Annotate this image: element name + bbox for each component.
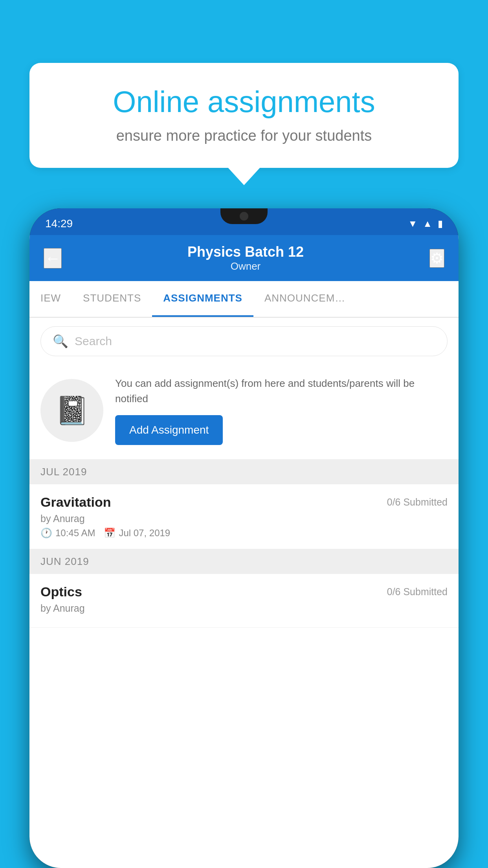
tab-students[interactable]: STUDENTS: [72, 281, 152, 317]
header-subtitle: Owner: [187, 260, 304, 272]
assignment-item-time: 🕐 10:45 AM 📅 Jul 07, 2019: [40, 528, 448, 539]
phone-wrapper: 14:29 ▼ ▲ ▮ ← Physics Batch 12 Owner ⚙ I…: [29, 208, 459, 868]
battery-icon: ▮: [438, 218, 443, 229]
assignment-submitted-optics: 0/6 Submitted: [387, 586, 448, 598]
time-entry: 🕐 10:45 AM: [40, 528, 95, 539]
speech-bubble: Online assignments ensure more practice …: [29, 63, 459, 168]
speech-bubble-container: Online assignments ensure more practice …: [29, 63, 459, 168]
tab-iew[interactable]: IEW: [29, 281, 72, 317]
assignment-submitted: 0/6 Submitted: [387, 497, 448, 508]
search-placeholder: Search: [75, 335, 112, 348]
bubble-subtitle: ensure more practice for your students: [53, 127, 435, 144]
add-assignment-button[interactable]: Add Assignment: [115, 415, 223, 445]
assignment-time: 10:45 AM: [55, 528, 95, 539]
section-header-jun: JUN 2019: [29, 549, 459, 574]
assignment-item-header-optics: Optics 0/6 Submitted: [40, 584, 448, 600]
header-center: Physics Batch 12 Owner: [187, 244, 304, 272]
search-bar[interactable]: 🔍 Search: [40, 326, 448, 356]
camera-dot: [240, 212, 248, 221]
assignment-author-optics: by Anurag: [40, 603, 448, 614]
clock-icon: 🕐: [40, 528, 52, 539]
assignment-icon-circle: 📓: [40, 379, 103, 442]
assignment-description: You can add assignment(s) from here and …: [115, 376, 448, 406]
assignment-item-header: Gravitation 0/6 Submitted: [40, 495, 448, 510]
assignment-date: Jul 07, 2019: [119, 528, 170, 539]
bubble-title: Online assignments: [53, 85, 435, 119]
settings-button[interactable]: ⚙: [429, 249, 444, 268]
search-icon: 🔍: [53, 334, 68, 349]
phone-notch: [220, 208, 268, 224]
tab-assignments[interactable]: ASSIGNMENTS: [152, 281, 253, 317]
assignment-title: Gravitation: [40, 495, 111, 510]
phone-device: 14:29 ▼ ▲ ▮ ← Physics Batch 12 Owner ⚙ I…: [29, 208, 459, 868]
app-screen: ← Physics Batch 12 Owner ⚙ IEW STUDENTS …: [29, 235, 459, 868]
tabs-container: IEW STUDENTS ASSIGNMENTS ANNOUNCEM…: [29, 281, 459, 318]
list-item[interactable]: Optics 0/6 Submitted by Anurag: [29, 574, 459, 628]
wifi-icon: ▼: [408, 218, 417, 229]
status-icons: ▼ ▲ ▮: [408, 218, 443, 229]
list-item[interactable]: Gravitation 0/6 Submitted by Anurag 🕐 10…: [29, 484, 459, 549]
section-header-jul: JUL 2019: [29, 460, 459, 484]
back-button[interactable]: ←: [44, 248, 62, 268]
header-title: Physics Batch 12: [187, 244, 304, 260]
assignment-info: You can add assignment(s) from here and …: [115, 376, 448, 445]
notebook-icon: 📓: [55, 394, 89, 427]
assignment-title-optics: Optics: [40, 584, 82, 600]
status-time: 14:29: [45, 217, 73, 230]
tab-announcements[interactable]: ANNOUNCEM…: [253, 281, 356, 317]
date-entry: 📅 Jul 07, 2019: [104, 528, 170, 539]
calendar-icon: 📅: [104, 528, 116, 539]
add-assignment-section: 📓 You can add assignment(s) from here an…: [29, 365, 459, 460]
signal-icon: ▲: [423, 218, 432, 229]
search-container: 🔍 Search: [29, 318, 459, 365]
assignment-author: by Anurag: [40, 513, 448, 524]
app-header: ← Physics Batch 12 Owner ⚙: [29, 235, 459, 281]
